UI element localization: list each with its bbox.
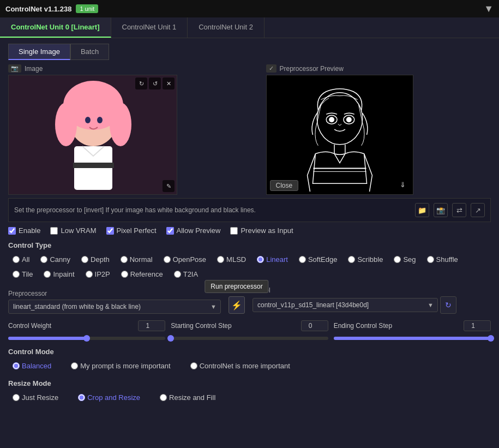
svg-point-13 [329, 117, 334, 122]
radio-normal[interactable]: Normal [116, 254, 157, 265]
ending-step-input[interactable] [464, 320, 491, 331]
info-text: Set the preprocessor to [invert] If your… [14, 206, 256, 214]
arrow-icon-btn[interactable]: ↗ [471, 203, 485, 217]
sliders-row: Control Weight Starting Control Step End… [8, 320, 491, 340]
download-btn[interactable]: ⇓ [396, 178, 410, 191]
preview-as-input-checkbox[interactable]: Preview as Input [230, 226, 293, 235]
control-type-title: Control Type [8, 241, 491, 249]
radio-depth[interactable]: Depth [77, 254, 114, 265]
radio-my-prompt[interactable]: My prompt is more important [67, 360, 175, 372]
image-tabs: Single Image Batch [8, 44, 491, 60]
radio-just-resize[interactable]: Just Resize [8, 392, 63, 403]
svg-point-6 [97, 117, 103, 123]
preprocessor-select[interactable]: lineart_standard (from white bg & black … [8, 300, 221, 314]
ending-step-fill [334, 337, 491, 340]
radio-openpose[interactable]: OpenPose [159, 254, 211, 265]
image-tools: ↻ ↺ ✕ [135, 77, 175, 89]
radio-crop-resize[interactable]: Crop and Resize [74, 392, 145, 403]
clear-btn[interactable]: ✕ [163, 77, 175, 89]
radio-lineart[interactable]: Lineart [252, 254, 292, 265]
model-dropdown-wrapper: control_v11p_sd15_lineart [43d4be0d] ▼ [252, 298, 438, 312]
controlnet-tabs: ControlNet Unit 0 [Lineart] ControlNet U… [0, 17, 499, 38]
radio-canny[interactable]: Canny [36, 254, 75, 265]
enable-checkbox[interactable]: Enable [8, 226, 40, 235]
radio-seg[interactable]: Seg [389, 254, 420, 265]
unit-badge: 1 unit [76, 4, 98, 13]
ending-step-label: Ending Control Step [334, 322, 392, 330]
ending-step-track [334, 337, 491, 340]
control-weight-group: Control Weight [8, 320, 165, 340]
control-mode-section: Control Mode Balanced My prompt is more … [8, 348, 491, 372]
brush-btn[interactable]: ✎ [163, 180, 175, 192]
radio-ip2p[interactable]: IP2P [81, 268, 115, 280]
controlnet-tab-2[interactable]: ControlNet Unit 2 [188, 17, 264, 38]
main-panel: Single Image Batch 📷 Image [0, 38, 499, 448]
allow-preview-checkbox[interactable]: Allow Preview [166, 226, 221, 235]
preprocessor-label: Preprocessor [8, 290, 221, 297]
radio-all[interactable]: All [8, 254, 34, 265]
controlnet-tab-0[interactable]: ControlNet Unit 0 [Lineart] [0, 17, 111, 38]
middle-spacer [239, 64, 261, 195]
control-type-radios: All Canny Depth Normal OpenPose MLSD Lin… [8, 254, 491, 280]
radio-shuffle[interactable]: Shuffle [423, 254, 462, 265]
pixel-perfect-checkbox[interactable]: Pixel Perfect [106, 226, 157, 235]
controlnet-tab-1[interactable]: ControlNet Unit 1 [111, 17, 188, 38]
svg-rect-8 [73, 163, 114, 168]
folder-icon-btn[interactable]: 📁 [415, 203, 429, 217]
starting-step-track [171, 337, 328, 340]
starting-step-group: Starting Control Step [171, 320, 328, 340]
radio-balanced[interactable]: Balanced [8, 360, 56, 372]
close-button[interactable]: Close [270, 180, 299, 191]
image-upload-section: 📷 Image [8, 64, 233, 195]
uploaded-image [9, 75, 177, 195]
preprocessor-dropdown-wrapper: lineart_standard (from white bg & black … [8, 300, 221, 314]
image-canvas[interactable]: ↻ ↺ ✕ ✎ [8, 75, 177, 195]
swap-icon-btn[interactable]: ⇄ [452, 203, 466, 217]
control-weight-fill [8, 337, 87, 340]
preprocessor-model-row: Preprocessor lineart_standard (from whit… [8, 286, 491, 314]
lineart-preview [267, 75, 413, 194]
tab-batch[interactable]: Batch [70, 44, 109, 60]
svg-point-14 [346, 117, 351, 122]
ending-step-group: Ending Control Step [334, 320, 491, 340]
tab-single-image[interactable]: Single Image [8, 44, 70, 60]
control-mode-title: Control Mode [8, 348, 491, 356]
ending-step-header: Ending Control Step [334, 320, 491, 331]
ending-step-thumb[interactable] [488, 335, 494, 342]
svg-point-4 [110, 103, 131, 146]
radio-inpaint[interactable]: Inpaint [39, 268, 79, 280]
model-label: Model [252, 286, 456, 294]
model-field: Model control_v11p_sd15_lineart [43d4be0… [252, 286, 456, 314]
model-refresh-btn[interactable]: ↻ [440, 296, 456, 314]
menu-icon[interactable]: ▼ [484, 3, 494, 15]
radio-reference[interactable]: Reference [117, 268, 167, 280]
preproc-icon: ✓ [266, 64, 276, 73]
model-select[interactable]: control_v11p_sd15_lineart [43d4be0d] [252, 298, 438, 312]
radio-softedge[interactable]: SoftEdge [294, 254, 342, 265]
run-preprocessor-btn[interactable]: ⚡ [229, 296, 245, 314]
radio-resize-fill[interactable]: Resize and Fill [155, 392, 220, 403]
preprocessor-preview-canvas: ⇓ Close [266, 75, 413, 195]
low-vram-checkbox[interactable]: Low VRAM [50, 226, 96, 235]
undo-btn[interactable]: ↻ [135, 77, 147, 89]
control-weight-header: Control Weight [8, 320, 165, 331]
control-weight-track [8, 337, 165, 340]
starting-step-input[interactable] [301, 320, 328, 331]
radio-mlsd[interactable]: MLSD [213, 254, 250, 265]
control-weight-input[interactable] [138, 320, 165, 331]
camera-icon-btn[interactable]: 📸 [434, 203, 448, 217]
starting-step-thumb[interactable] [167, 335, 174, 342]
checkbox-row: Enable Low VRAM Pixel Perfect Allow Prev… [8, 226, 491, 235]
radio-controlnet-important[interactable]: ControlNet is more important [186, 360, 294, 372]
control-weight-label: Control Weight [8, 322, 51, 330]
top-bar-left: ControlNet v1.1.238 1 unit [5, 4, 98, 13]
top-bar: ControlNet v1.1.238 1 unit ▼ [0, 0, 499, 17]
redo-btn[interactable]: ↺ [149, 77, 161, 89]
control-weight-thumb[interactable] [83, 335, 90, 342]
radio-t2ia[interactable]: T2IA [170, 268, 202, 280]
starting-step-header: Starting Control Step [171, 320, 328, 331]
resize-mode-radios: Just Resize Crop and Resize Resize and F… [8, 392, 491, 403]
info-bar-icons: 📁 📸 ⇄ ↗ [415, 203, 485, 217]
radio-scribble[interactable]: Scribble [344, 254, 387, 265]
radio-tile[interactable]: Tile [8, 268, 37, 280]
